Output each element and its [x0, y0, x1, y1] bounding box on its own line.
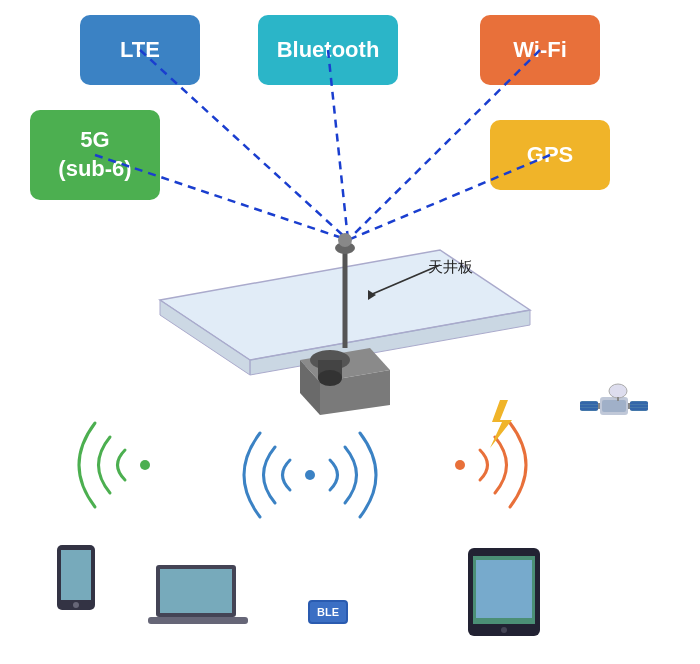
smartphone-icon — [52, 545, 107, 620]
svg-point-21 — [455, 460, 465, 470]
svg-rect-29 — [598, 403, 600, 409]
gps-label: GPS — [490, 120, 610, 190]
svg-line-17 — [370, 265, 440, 295]
bluetooth-text: Bluetooth — [277, 37, 380, 63]
main-container: LTE Bluetooth Wi-Fi 5G(sub-6) GPS — [0, 0, 700, 664]
ceiling-arrow-svg — [340, 250, 460, 310]
5g-text: 5G(sub-6) — [58, 126, 131, 183]
tablet-icon — [468, 548, 548, 638]
svg-rect-24 — [602, 400, 626, 412]
svg-marker-18 — [368, 290, 376, 300]
svg-point-20 — [305, 470, 315, 480]
svg-rect-38 — [61, 550, 91, 600]
svg-point-19 — [140, 460, 150, 470]
svg-rect-42 — [148, 617, 248, 624]
svg-point-46 — [501, 627, 507, 633]
bluetooth-label: Bluetooth — [258, 15, 398, 85]
lte-text: LTE — [120, 37, 160, 63]
svg-point-39 — [73, 602, 79, 608]
gps-text: GPS — [527, 142, 573, 168]
laptop-icon — [148, 565, 253, 640]
ble-badge: BLE — [308, 600, 348, 624]
svg-rect-41 — [160, 569, 232, 613]
5g-label: 5G(sub-6) — [30, 110, 160, 200]
lte-label: LTE — [80, 15, 200, 85]
svg-rect-45 — [476, 560, 532, 618]
svg-point-13 — [338, 233, 352, 247]
ble-text: BLE — [317, 606, 339, 618]
svg-marker-22 — [490, 400, 512, 448]
wifi-label: Wi-Fi — [480, 15, 600, 85]
wifi-text: Wi-Fi — [513, 37, 567, 63]
svg-point-35 — [609, 384, 627, 398]
svg-rect-34 — [628, 403, 630, 409]
